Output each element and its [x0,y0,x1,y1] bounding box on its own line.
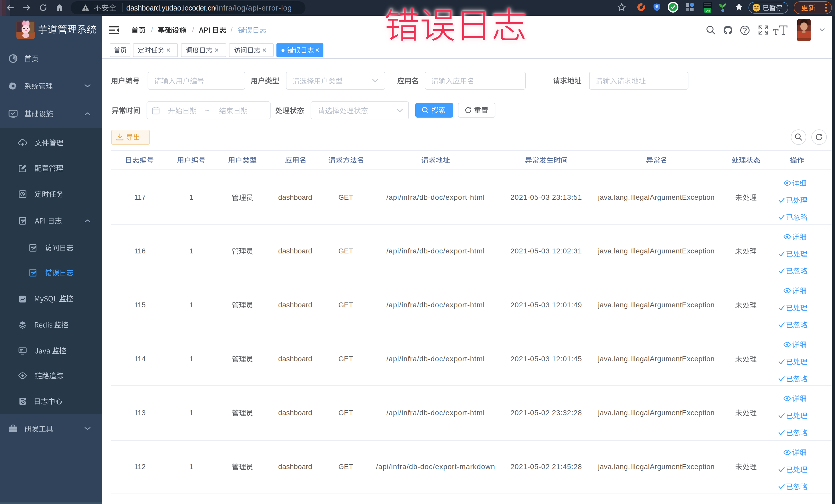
svg-text:on: on [706,8,710,12]
